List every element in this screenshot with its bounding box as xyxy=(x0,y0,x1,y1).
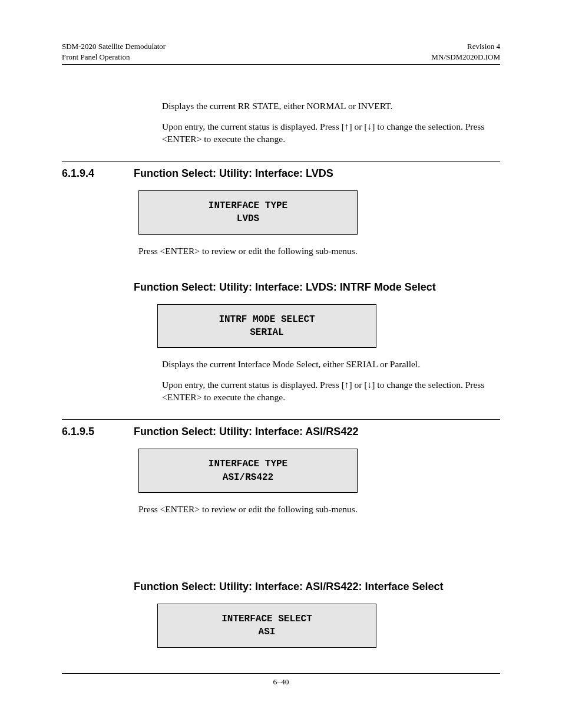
section-title: Function Select: Utility: Interface: ASI… xyxy=(134,426,358,438)
section-heading-6-1-9-4: 6.1.9.4 Function Select: Utility: Interf… xyxy=(62,167,500,180)
display-line1: INTERFACE SELECT xyxy=(164,612,370,625)
lcd-display-box: INTERFACE TYPE ASI/RS422 xyxy=(138,449,358,493)
section-number: 6.1.9.4 xyxy=(62,167,134,180)
p2b: ] or [ xyxy=(349,380,368,390)
header-left: SDM-2020 Satellite Demodulator Front Pan… xyxy=(62,41,166,62)
intro-p2a: Upon entry, the current status is displa… xyxy=(162,121,345,131)
lcd-display-box: INTERFACE TYPE LVDS xyxy=(138,190,358,235)
intro-p2b: ] or [ xyxy=(349,121,368,131)
p2a: Upon entry, the current status is displa… xyxy=(162,380,345,390)
footer-rule xyxy=(62,673,500,674)
intro-block: Displays the current RR STATE, either NO… xyxy=(162,100,500,146)
up-arrow-icon: ↑ xyxy=(345,380,349,390)
display-line1: INTERFACE TYPE xyxy=(145,199,351,212)
display-line2: SERIAL xyxy=(164,326,370,339)
section-number: 6.1.9.5 xyxy=(62,426,134,438)
lcd-display-box: INTRF MODE SELECT SERIAL xyxy=(157,304,376,348)
subsection-title-lvds-intrf: Function Select: Utility: Interface: LVD… xyxy=(134,281,500,294)
sec1-after-text: Press <ENTER> to review or edit the foll… xyxy=(138,245,500,258)
intro-p2: Upon entry, the current status is displa… xyxy=(162,121,500,146)
display-line1: INTRF MODE SELECT xyxy=(164,313,370,326)
sec2-after-text: Press <ENTER> to review or edit the foll… xyxy=(138,503,500,516)
display-line2: ASI/RS422 xyxy=(145,471,351,484)
header-left-line1: SDM-2020 Satellite Demodulator xyxy=(62,41,166,52)
header-right: Revision 4 MN/SDM2020D.IOM xyxy=(431,41,500,62)
page-number: 6–40 xyxy=(273,677,289,687)
up-arrow-icon: ↑ xyxy=(345,121,349,131)
header-right-line1: Revision 4 xyxy=(431,41,500,52)
header-rule xyxy=(62,64,500,65)
section-title: Function Select: Utility: Interface: LVD… xyxy=(134,167,333,180)
page: SDM-2020 Satellite Demodulator Front Pan… xyxy=(0,0,562,728)
intro-p1: Displays the current RR STATE, either NO… xyxy=(162,100,500,113)
display-line2: ASI xyxy=(164,625,370,638)
header-right-line2: MN/SDM2020D.IOM xyxy=(431,52,500,62)
page-header: SDM-2020 Satellite Demodulator Front Pan… xyxy=(62,41,500,62)
subsection-title-asi-select: Function Select: Utility: Interface: ASI… xyxy=(134,581,500,593)
page-footer: 6–40 xyxy=(62,673,500,687)
section-heading-6-1-9-5: 6.1.9.5 Function Select: Utility: Interf… xyxy=(62,426,500,438)
sec1-sub-p2: Upon entry, the current status is displa… xyxy=(162,379,500,404)
display-line2: LVDS xyxy=(145,212,351,225)
sec1-sub-body: Displays the current Interface Mode Sele… xyxy=(162,358,500,404)
lcd-display-box: INTERFACE SELECT ASI xyxy=(157,604,376,648)
display-line1: INTERFACE TYPE xyxy=(145,457,351,470)
section-rule-1 xyxy=(62,161,500,162)
header-left-line2: Front Panel Operation xyxy=(62,52,166,62)
sec1-sub-p1: Displays the current Interface Mode Sele… xyxy=(162,358,500,371)
section-rule-2 xyxy=(62,419,500,420)
